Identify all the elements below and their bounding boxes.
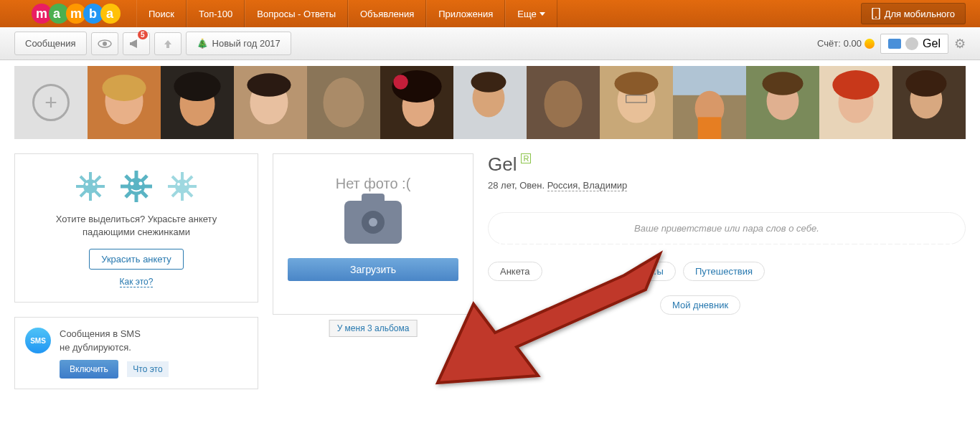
tab-we[interactable]: …ы	[636, 262, 676, 281]
megaphone-button[interactable]: 5	[123, 32, 150, 55]
albums-link[interactable]: У меня 3 альбома	[329, 320, 418, 337]
add-photo-button[interactable]: +	[14, 66, 88, 139]
mobile-button[interactable]: Для мобильного	[861, 3, 966, 24]
profile-name: GelR	[488, 153, 966, 176]
no-photo-label: Нет фото :(	[288, 176, 458, 192]
photo-thumb[interactable]	[746, 66, 819, 139]
tab-anketa[interactable]: Анкета	[488, 262, 542, 281]
svg-text:a: a	[106, 6, 114, 21]
sms-enable-button[interactable]: Включить	[60, 360, 118, 379]
vip-badge-icon	[905, 37, 918, 50]
svg-point-51	[905, 70, 946, 97]
r-badge: R	[521, 153, 531, 163]
left-column: Хотите выделиться? Украсьте анкету падаю…	[14, 153, 258, 389]
svg-point-37	[614, 72, 658, 95]
promo-text: Хотите выделиться? Украсьте анкету падаю…	[29, 213, 243, 239]
tab-diary[interactable]: Мой дневник	[660, 295, 740, 315]
nav-apps[interactable]: Приложения	[426, 0, 505, 27]
snowflake-icon	[72, 168, 108, 204]
chevron-down-icon	[540, 12, 545, 16]
profile-tabs: Анкета …ы Путешествия Мой дневник	[488, 262, 966, 315]
main-nav: Поиск Топ-100 Вопросы - Ответы Объявлени…	[136, 0, 557, 27]
site-logo[interactable]: mamba	[29, 0, 129, 31]
up-arrow-icon	[163, 39, 173, 49]
snowflake-icon	[164, 168, 200, 204]
photo-thumb[interactable]	[307, 66, 380, 139]
toolbar: Сообщения 5 🎄Новый год 2017 Счёт: 0.00 G…	[0, 27, 980, 60]
profile-info: GelR 28 лет, Овен. Россия, Владимир Ваше…	[488, 153, 966, 315]
username-label: Gel	[923, 37, 941, 50]
eye-icon	[98, 39, 112, 48]
up-button[interactable]	[154, 32, 182, 55]
nav-more[interactable]: Еще	[505, 0, 557, 27]
promo-help-link[interactable]: Как это?	[120, 277, 154, 287]
nav-search[interactable]: Поиск	[136, 0, 187, 27]
photo-strip: +	[0, 66, 980, 139]
svg-point-34	[544, 80, 582, 127]
sms-what-link[interactable]: Что это	[127, 361, 168, 377]
notification-badge: 5	[138, 30, 148, 39]
svg-point-25	[323, 77, 364, 127]
svg-point-48	[832, 70, 879, 100]
account-balance[interactable]: Счёт: 0.00	[817, 38, 875, 49]
location-link[interactable]: Россия, Владимир	[547, 180, 628, 191]
settings-button[interactable]: ⚙	[954, 36, 966, 52]
svg-point-32	[471, 72, 506, 92]
svg-point-57	[139, 182, 143, 186]
eye-button[interactable]	[91, 32, 118, 55]
tab-travel[interactable]: Путешествия	[683, 262, 765, 281]
sms-text: Сообщения в SMSне дублируются.	[60, 328, 248, 353]
svg-point-17	[102, 75, 146, 101]
greeting-box[interactable]: Ваше приветствие или пара слов о себе.	[488, 212, 966, 244]
svg-point-60	[184, 183, 187, 186]
photo-thumb[interactable]	[673, 66, 746, 139]
coin-icon	[864, 39, 875, 49]
sms-icon: SMS	[25, 328, 51, 353]
svg-point-23	[247, 73, 291, 97]
photo-thumb[interactable]	[88, 66, 161, 139]
svg-text:m: m	[36, 6, 47, 21]
svg-text:a: a	[53, 6, 61, 21]
nav-qa[interactable]: Вопросы - Ответы	[245, 0, 348, 27]
camera-icon	[344, 201, 402, 244]
photo-thumb[interactable]	[234, 66, 307, 139]
decorate-button[interactable]: Украсить анкету	[89, 249, 184, 270]
main-column: Нет фото :( Загрузить У меня 3 альбома G…	[273, 153, 966, 315]
mobile-icon	[872, 8, 880, 19]
photo-thumb[interactable]	[819, 66, 892, 139]
tree-icon: 🎄	[197, 38, 208, 49]
svg-point-11	[875, 16, 877, 18]
photo-thumb[interactable]	[892, 66, 966, 139]
profile-photo-card: Нет фото :( Загрузить У меня 3 альбома	[273, 153, 473, 315]
user-box[interactable]: Gel	[880, 34, 948, 54]
camera-mini-icon	[888, 39, 901, 49]
svg-point-13	[103, 42, 107, 46]
upload-button[interactable]: Загрузить	[288, 258, 458, 281]
snowflake-promo: Хотите выделиться? Украсьте анкету падаю…	[14, 153, 258, 303]
profile-meta: 28 лет, Овен. Россия, Владимир	[488, 180, 966, 191]
content-area: Хотите выделиться? Украсьте анкету падаю…	[0, 139, 980, 404]
svg-point-56	[131, 182, 134, 186]
messages-button[interactable]: Сообщения	[14, 32, 87, 55]
sms-promo: SMS Сообщения в SMSне дублируются. Включ…	[14, 317, 258, 389]
nav-ads[interactable]: Объявления	[348, 0, 426, 27]
new-year-button[interactable]: 🎄Новый год 2017	[186, 32, 291, 55]
svg-point-53	[85, 183, 88, 186]
nav-top100[interactable]: Топ-100	[187, 0, 245, 27]
photo-thumb[interactable]	[600, 66, 673, 139]
svg-point-54	[93, 183, 95, 186]
svg-point-29	[393, 75, 407, 89]
plus-icon: +	[32, 84, 70, 121]
megaphone-icon	[130, 38, 143, 49]
svg-text:b: b	[89, 6, 97, 21]
svg-point-59	[177, 183, 180, 186]
svg-text:m: m	[70, 6, 82, 21]
photo-thumb[interactable]	[161, 66, 234, 139]
photo-thumb[interactable]	[453, 66, 527, 139]
photo-thumb[interactable]	[380, 66, 453, 139]
snowflake-icon	[118, 168, 154, 204]
top-header: mamba Поиск Топ-100 Вопросы - Ответы Объ…	[0, 0, 980, 27]
photo-thumb[interactable]	[527, 66, 600, 139]
svg-rect-42	[698, 117, 722, 139]
svg-point-45	[762, 72, 803, 95]
